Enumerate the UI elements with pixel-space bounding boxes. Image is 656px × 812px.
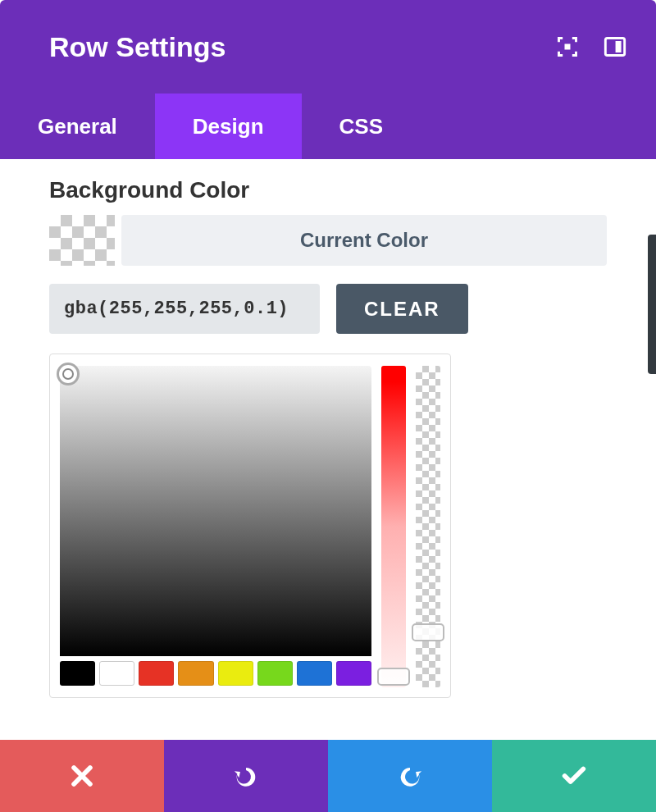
footer-bar xyxy=(0,740,656,812)
content-area: Background Color Current Color CLEAR xyxy=(0,159,656,714)
hue-slider[interactable] xyxy=(381,366,406,687)
focus-icon[interactable] xyxy=(556,35,579,58)
cancel-button[interactable] xyxy=(0,740,164,812)
undo-icon xyxy=(232,762,260,790)
palette-swatch[interactable] xyxy=(218,661,253,686)
svg-rect-1 xyxy=(605,39,624,56)
svg-rect-0 xyxy=(565,44,571,50)
resize-handle[interactable] xyxy=(648,235,656,374)
palette-swatch[interactable] xyxy=(257,661,293,686)
palette-swatch[interactable] xyxy=(99,661,134,686)
palette-row xyxy=(60,661,371,686)
alpha-slider[interactable] xyxy=(416,366,440,687)
close-icon xyxy=(68,762,96,790)
redo-icon xyxy=(396,762,424,790)
tab-css[interactable]: CSS xyxy=(302,94,421,159)
check-icon xyxy=(560,762,588,790)
saturation-cursor[interactable] xyxy=(57,363,80,385)
palette-swatch[interactable] xyxy=(178,661,213,686)
color-value-input[interactable] xyxy=(49,284,320,334)
color-picker xyxy=(49,354,451,698)
header-bar: Row Settings xyxy=(0,0,656,94)
section-title: Background Color xyxy=(49,177,607,203)
saturation-area[interactable] xyxy=(60,366,371,656)
tabs-bar: General Design CSS xyxy=(0,94,656,159)
undo-button[interactable] xyxy=(164,740,328,812)
tab-general[interactable]: General xyxy=(0,94,155,159)
palette-swatch[interactable] xyxy=(139,661,174,686)
hue-thumb[interactable] xyxy=(377,668,410,686)
page-title: Row Settings xyxy=(49,31,556,63)
transparent-swatch[interactable] xyxy=(49,215,115,266)
redo-button[interactable] xyxy=(328,740,492,812)
alpha-thumb[interactable] xyxy=(412,623,444,641)
columns-icon[interactable] xyxy=(604,35,626,58)
confirm-button[interactable] xyxy=(492,740,656,812)
svg-rect-2 xyxy=(616,41,622,52)
palette-swatch[interactable] xyxy=(297,661,332,686)
tab-design[interactable]: Design xyxy=(155,94,302,159)
clear-button[interactable]: CLEAR xyxy=(336,284,468,334)
current-color-chip[interactable]: Current Color xyxy=(121,215,607,266)
palette-swatch[interactable] xyxy=(60,661,95,686)
palette-swatch[interactable] xyxy=(336,661,371,686)
